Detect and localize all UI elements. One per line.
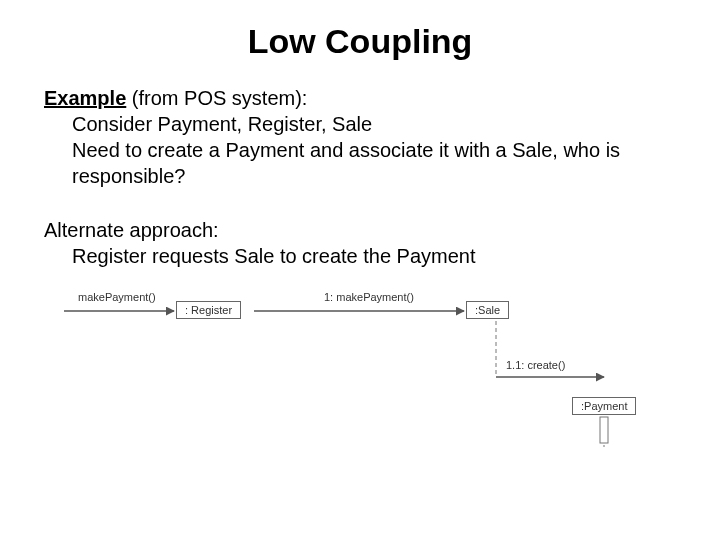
diagram-lines [44, 287, 676, 457]
alternate-heading: Alternate approach: [44, 217, 676, 243]
box-sale: :Sale [466, 301, 509, 319]
example-line-1: Consider Payment, Register, Sale [44, 111, 676, 137]
example-suffix: (from POS system): [126, 87, 307, 109]
slide: Low Coupling Example (from POS system): … [0, 0, 720, 540]
example-label: Example [44, 87, 126, 109]
page-title: Low Coupling [0, 0, 720, 61]
alternate-line: Register requests Sale to create the Pay… [44, 243, 676, 269]
example-heading: Example (from POS system): [44, 85, 676, 111]
svg-rect-5 [600, 417, 608, 443]
example-line-2: Need to create a Payment and associate i… [44, 137, 676, 189]
box-register: : Register [176, 301, 241, 319]
box-payment: :Payment [572, 397, 636, 415]
body-text: Example (from POS system): Consider Paym… [0, 61, 720, 269]
msg-11-create: 1.1: create() [506, 359, 565, 371]
msg-make-payment: makePayment() [78, 291, 156, 303]
spacer [44, 189, 676, 217]
sequence-diagram: makePayment() 1: makePayment() 1.1: crea… [44, 287, 676, 457]
msg-1-make-payment: 1: makePayment() [324, 291, 414, 303]
